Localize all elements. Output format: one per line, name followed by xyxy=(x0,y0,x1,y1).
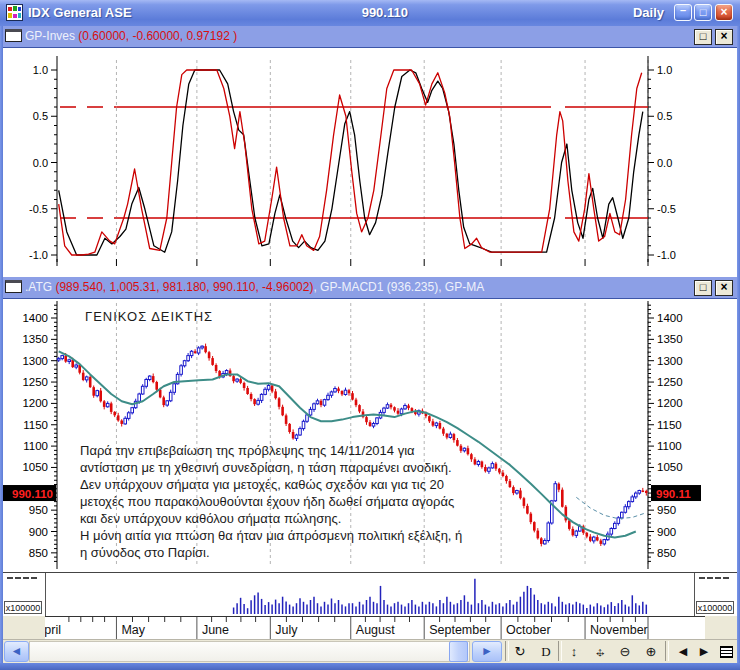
svg-text:1.0: 1.0 xyxy=(657,64,672,76)
window-title: IDX General ASE xyxy=(28,5,132,20)
volume-scale-ticks xyxy=(7,577,37,579)
svg-text:1300: 1300 xyxy=(22,355,48,367)
next-icon[interactable]: ▶ xyxy=(694,642,714,661)
pan-vertical-glyph: ↕ xyxy=(590,642,610,661)
layout-icon[interactable] xyxy=(716,642,736,661)
date-axis[interactable]: AprilMayJuneJulyAugustSeptemberOctoberNo… xyxy=(45,616,705,639)
svg-text:1.0: 1.0 xyxy=(33,64,48,76)
svg-text:1350: 1350 xyxy=(657,333,683,345)
svg-text:-0.5: -0.5 xyxy=(657,203,676,215)
price-ohlc-values: (989.540, 1,005.31, 981.180, 990.110, -4… xyxy=(55,280,313,294)
svg-text:July: July xyxy=(275,623,298,637)
previous-icon[interactable]: ◀ xyxy=(673,642,693,661)
svg-text:1300: 1300 xyxy=(657,355,683,367)
svg-text:950: 950 xyxy=(657,504,676,516)
panel-window-icon xyxy=(5,280,22,293)
svg-text:1050: 1050 xyxy=(657,461,683,473)
indicator-panel-header: GP-Inves (0.60000, -0.60000, 0.97192 ) □… xyxy=(3,26,737,48)
oscillator-plot[interactable]: -1.0-1.0-0.5-0.50.00.00.50.51.01.0 xyxy=(3,48,737,277)
volume-scale-label: x100000 xyxy=(4,601,42,614)
svg-text:1350: 1350 xyxy=(22,333,48,345)
svg-text:September: September xyxy=(429,623,490,637)
svg-text:November: November xyxy=(590,623,648,637)
price-symbol: .ATG xyxy=(25,280,55,294)
svg-text:0.5: 0.5 xyxy=(657,110,672,122)
scroll-left-button[interactable]: ◄ xyxy=(4,641,29,662)
scroll-right-button[interactable]: ► xyxy=(472,641,502,662)
svg-text:1100: 1100 xyxy=(23,440,48,452)
svg-text:-0.5: -0.5 xyxy=(29,203,48,215)
svg-text:990.11: 990.11 xyxy=(656,488,691,500)
volume-scale-label: x100000 xyxy=(696,601,734,614)
toolbar-separator xyxy=(558,641,562,661)
volume-scale-left: x100000 xyxy=(3,573,46,616)
svg-text:1100: 1100 xyxy=(657,440,682,452)
indicator-name: GP-Inves xyxy=(25,29,78,43)
vertical-scale-icon[interactable]: ↕ xyxy=(571,644,578,659)
svg-text:0.0: 0.0 xyxy=(33,157,48,169)
svg-text:1250: 1250 xyxy=(657,376,683,388)
scrollbar-track[interactable] xyxy=(29,641,470,662)
titlebar-periodicity: Daily xyxy=(633,5,664,20)
svg-text:1400: 1400 xyxy=(22,312,48,324)
svg-text:1200: 1200 xyxy=(657,397,683,409)
titlebar-last-value: 990.110 xyxy=(362,5,408,20)
svg-text:1250: 1250 xyxy=(22,376,48,388)
bottom-bar: ◄ ► ↻ D ↕ ↔ ↕ ⊖ ⊕ ◀ ▶ xyxy=(3,639,737,663)
svg-text:October: October xyxy=(506,623,550,637)
refresh-icon[interactable]: ↻ xyxy=(510,642,530,661)
window-titlebar: IDX General ASE 990.110 Daily – □ × xyxy=(0,0,740,26)
svg-text:950: 950 xyxy=(29,504,48,516)
price-panel-header: .ATG (989.540, 1,005.31, 981.180, 990.11… xyxy=(3,277,737,299)
volume-scale-ticks xyxy=(699,577,729,579)
volume-scale-right: x100000 xyxy=(694,573,737,616)
panel-window-icon xyxy=(5,29,22,42)
svg-text:-1.0: -1.0 xyxy=(29,249,48,261)
svg-text:900: 900 xyxy=(657,526,676,538)
close-button[interactable]: × xyxy=(715,4,733,21)
svg-text:850: 850 xyxy=(29,547,48,559)
scrollbar-thumb[interactable] xyxy=(449,641,468,662)
svg-text:1150: 1150 xyxy=(23,419,48,431)
svg-text:April: April xyxy=(45,623,61,637)
chart-title: ΓΕΝΙΚΟΣ ΔΕΙΚΤΗΣ xyxy=(85,309,213,324)
date-axis-row: AprilMayJuneJulyAugustSeptemberOctoberNo… xyxy=(3,616,737,639)
indicator-values: (0.60000, -0.60000, 0.97192 ) xyxy=(78,29,237,43)
periodicity-daily-icon[interactable]: D xyxy=(536,642,556,661)
svg-text:May: May xyxy=(121,623,145,637)
volume-plot[interactable] xyxy=(3,573,737,616)
svg-text:August: August xyxy=(356,623,395,637)
window-border-left xyxy=(0,26,3,663)
svg-text:June: June xyxy=(202,623,229,637)
panel-close-button[interactable]: × xyxy=(715,280,733,296)
panel-close-button[interactable]: × xyxy=(715,29,733,45)
chart-workspace: GP-Inves (0.60000, -0.60000, 0.97192 ) □… xyxy=(3,26,737,663)
price-indicator-list: , GP-MACD1 (936.235), GP-MA xyxy=(313,280,484,294)
svg-text:900: 900 xyxy=(29,526,48,538)
chart-annotation-text[interactable]: Παρά την επιβεβαίωση της πρόβλεψης της 1… xyxy=(80,442,462,561)
pan-icon[interactable]: ↔ ↕ xyxy=(590,642,610,661)
svg-text:1050: 1050 xyxy=(22,461,48,473)
window-border-bottom xyxy=(0,663,740,670)
toolbar-separator xyxy=(505,641,509,661)
zoom-in-icon[interactable]: ⊕ xyxy=(641,642,661,661)
svg-text:-1.0: -1.0 xyxy=(657,249,676,261)
svg-text:0.0: 0.0 xyxy=(657,157,672,169)
svg-text:1400: 1400 xyxy=(657,312,683,324)
panel-maximize-button[interactable]: □ xyxy=(694,280,712,296)
app-window: IDX General ASE 990.110 Daily – □ × GP-I… xyxy=(0,0,740,670)
svg-text:1150: 1150 xyxy=(657,419,682,431)
svg-text:1200: 1200 xyxy=(22,397,48,409)
maximize-button[interactable]: □ xyxy=(694,4,712,21)
svg-text:850: 850 xyxy=(657,547,676,559)
minimize-button[interactable]: – xyxy=(674,4,692,21)
svg-text:0.5: 0.5 xyxy=(33,110,48,122)
volume-pane: x100000 x100000 xyxy=(3,572,737,616)
zoom-out-icon[interactable]: ⊖ xyxy=(615,642,635,661)
svg-text:990.110: 990.110 xyxy=(12,488,53,500)
app-icon[interactable] xyxy=(6,4,23,21)
toolbar-separator xyxy=(665,641,669,661)
panel-maximize-button[interactable]: □ xyxy=(694,29,712,45)
